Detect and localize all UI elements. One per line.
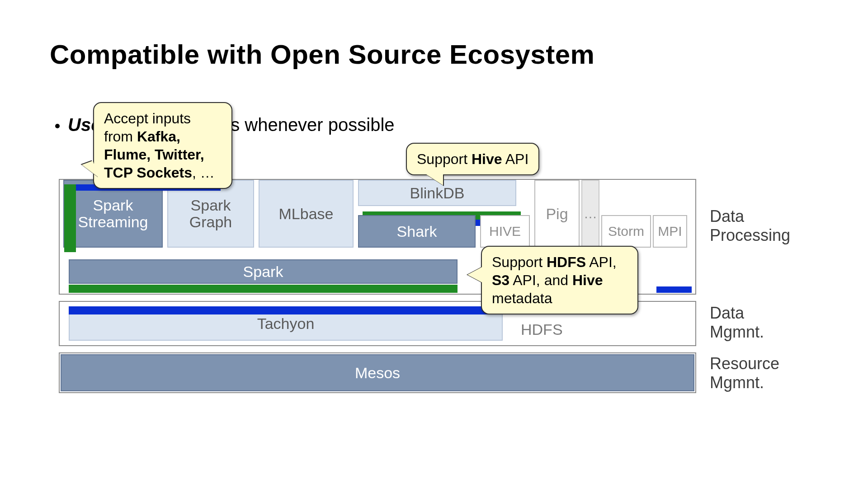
box-ellipsis: …: [581, 180, 599, 248]
callout-hdfs: Support HDFS API, S3 API, and Hive metad…: [481, 246, 638, 314]
blue-accent-bar: [69, 306, 503, 314]
green-accent-bar: [69, 285, 458, 293]
box-mlbase: MLbase: [259, 180, 354, 248]
callout-hdfs-l3: metadata: [492, 289, 627, 307]
box-spark: Spark: [69, 259, 458, 284]
layer-resource-mgmt: Mesos: [59, 352, 696, 393]
callout-inputs-l2a: from: [104, 128, 137, 145]
callout-inputs-l1: Accept inputs: [104, 109, 222, 127]
label-data-mgmt: DataMgmnt.: [710, 304, 764, 342]
callout-tail-icon: [425, 174, 443, 185]
callout-hive-post: API: [502, 151, 529, 167]
callout-hive: Support Hive API: [406, 143, 539, 175]
box-shark: Shark: [358, 215, 476, 248]
label-resource-mgmt: ResourceMgmnt.: [710, 354, 779, 392]
label-data-processing: DataProcessing: [710, 207, 790, 245]
box-hdfs: HDFS: [512, 318, 684, 341]
bullet-dot-icon: [55, 124, 60, 128]
box-mesos: Mesos: [61, 354, 694, 391]
box-mpi: MPI: [653, 215, 687, 248]
bullet-rest: ces whenever possible: [212, 115, 395, 135]
box-storm: Storm: [601, 215, 651, 248]
callout-hive-b: Hive: [472, 151, 502, 167]
callout-inputs-l2b: Kafka,: [137, 128, 180, 145]
callout-hdfs-l2: S3 API, and Hive: [492, 271, 627, 289]
box-hive: HIVE: [480, 215, 530, 248]
callout-tail-icon: [467, 267, 483, 283]
green-accent-bar: [64, 184, 76, 252]
callout-inputs: Accept inputs from Kafka, Flume, Twitter…: [93, 102, 232, 189]
blue-accent-bar: [656, 286, 692, 293]
slide-title: Compatible with Open Source Ecosystem: [50, 39, 594, 70]
callout-hive-pre: Support: [417, 151, 472, 167]
box-pig: Pig: [534, 180, 580, 248]
callout-inputs-l4: TCP Sockets, …: [104, 164, 222, 182]
callout-inputs-l2: from Kafka,: [104, 127, 222, 145]
callout-hdfs-l1: Support HDFS API,: [492, 253, 627, 271]
callout-inputs-l3: Flume, Twitter,: [104, 145, 222, 164]
